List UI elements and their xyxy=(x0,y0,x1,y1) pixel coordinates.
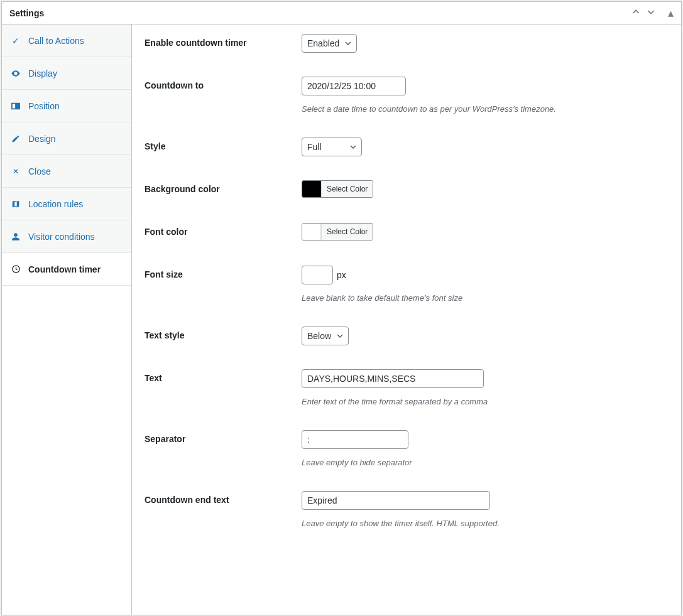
tab-label: Countdown timer xyxy=(28,264,101,274)
tab-close[interactable]: ✕ Close xyxy=(2,155,131,188)
map-icon xyxy=(11,200,21,208)
enable-countdown-select[interactable]: Enabled xyxy=(302,34,357,53)
tab-label: Call to Actions xyxy=(28,36,84,46)
label-enable-countdown: Enable countdown timer xyxy=(145,34,302,48)
close-icon: ✕ xyxy=(11,167,21,176)
panel-header: Settings ▴ xyxy=(2,2,681,24)
tab-position[interactable]: Position xyxy=(2,90,131,122)
eye-icon xyxy=(11,68,21,78)
tab-call-to-actions[interactable]: ✓ Call to Actions xyxy=(2,24,131,57)
bg-color-picker[interactable]: Select Color xyxy=(302,180,373,198)
tab-countdown-timer[interactable]: Countdown timer xyxy=(2,253,131,286)
tab-label: Design xyxy=(28,134,56,144)
label-separator: Separator xyxy=(145,430,302,444)
help-end-text: Leave empty to show the timer itself. HT… xyxy=(302,519,669,528)
tab-location-rules[interactable]: Location rules xyxy=(2,188,131,220)
settings-sidebar: ✓ Call to Actions Display Position Desig… xyxy=(2,24,132,615)
tab-display[interactable]: Display xyxy=(2,57,131,90)
label-font-size: Font size xyxy=(145,266,302,279)
clock-icon xyxy=(11,264,21,274)
label-text-style: Text style xyxy=(145,327,302,340)
order-down-icon[interactable] xyxy=(645,6,657,19)
font-size-unit: px xyxy=(337,270,346,280)
countdown-to-input[interactable] xyxy=(302,77,406,95)
bg-color-swatch xyxy=(302,181,321,197)
svg-rect-1 xyxy=(13,104,15,108)
label-font-color: Font color xyxy=(145,223,302,237)
tab-visitor-conditions[interactable]: Visitor conditions xyxy=(2,220,131,253)
bg-color-button[interactable]: Select Color xyxy=(321,181,373,197)
label-text: Text xyxy=(145,369,302,383)
style-select[interactable]: Full xyxy=(302,138,362,156)
help-font-size: Leave blank to take default theme's font… xyxy=(302,293,669,303)
tab-label: Position xyxy=(28,101,60,111)
tab-label: Close xyxy=(28,166,51,176)
end-text-input[interactable] xyxy=(302,491,490,510)
label-countdown-to: Countdown to xyxy=(145,77,302,90)
font-color-button[interactable]: Select Color xyxy=(321,224,373,240)
tab-label: Display xyxy=(28,68,57,78)
font-size-input[interactable] xyxy=(302,266,333,284)
help-countdown-to: Select a date time to countdown to as pe… xyxy=(302,104,669,114)
help-text: Enter text of the time format separated … xyxy=(302,397,669,406)
user-icon xyxy=(11,232,21,241)
settings-panel: Settings ▴ ✓ Call to Actions Display Pos… xyxy=(1,1,682,615)
panel-controls: ▴ xyxy=(630,6,674,19)
separator-input[interactable] xyxy=(302,430,408,449)
tab-label: Visitor conditions xyxy=(28,232,95,242)
settings-content: Enable countdown timer Enabled Countdown… xyxy=(132,24,681,615)
order-up-icon[interactable] xyxy=(630,6,642,19)
tab-label: Location rules xyxy=(28,199,83,209)
layout-icon xyxy=(11,102,21,111)
panel-title: Settings xyxy=(9,8,44,18)
font-color-picker[interactable]: Select Color xyxy=(302,223,373,240)
label-bg-color: Background color xyxy=(145,180,302,194)
tab-design[interactable]: Design xyxy=(2,122,131,155)
help-separator: Leave empty to hide separator xyxy=(302,458,669,467)
check-icon: ✓ xyxy=(11,36,21,46)
label-end-text: Countdown end text xyxy=(145,491,302,505)
text-input[interactable] xyxy=(302,369,484,388)
font-color-swatch xyxy=(302,224,321,240)
pencil-icon xyxy=(11,134,21,143)
label-style: Style xyxy=(145,138,302,151)
text-style-select[interactable]: Below xyxy=(302,327,349,345)
toggle-icon[interactable]: ▴ xyxy=(668,8,674,19)
